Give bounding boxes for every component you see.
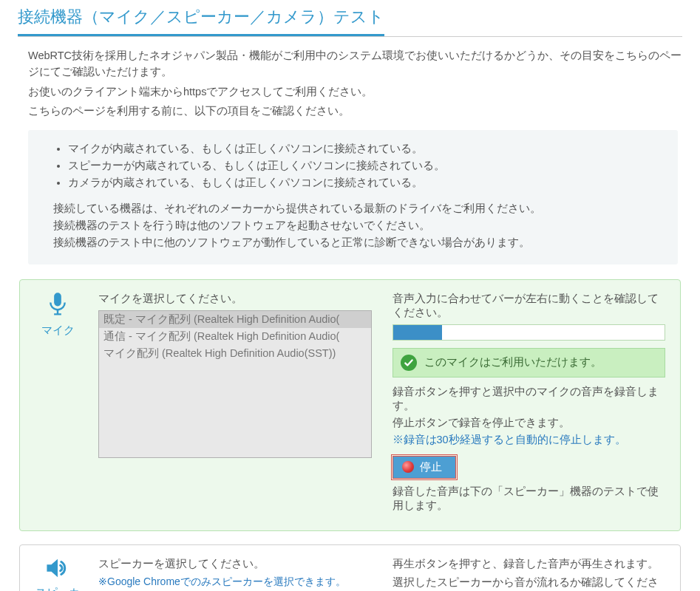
record-dot-icon <box>402 461 414 473</box>
page-title: 接続機器（マイク／スピーカー／カメラ）テスト <box>18 6 384 36</box>
mic-side-label: マイク <box>35 292 81 517</box>
mic-level-fill <box>393 325 442 340</box>
prereq-line: 接続している機器は、それぞれのメーカーから提供されている最新のドライバをご利用く… <box>53 202 653 216</box>
prerequisite-note-box: マイクが内蔵されている、もしくは正しくパソコンに接続されている。 スピーカーが内… <box>28 130 678 264</box>
stop-record-button[interactable]: 停止 <box>393 456 456 479</box>
mic-option[interactable]: マイク配列 (Realtek High Definition Audio(SST… <box>99 345 371 362</box>
prereq-line: 接続機器のテスト中に他のソフトウェアが動作していると正常に診断できない場合があり… <box>53 236 653 250</box>
mic-option[interactable]: 通信 - マイク配列 (Realtek High Definition Audi… <box>99 328 371 345</box>
mic-select-list[interactable]: 既定 - マイク配列 (Realtek High Definition Audi… <box>98 310 372 458</box>
speaker-icon <box>35 557 81 581</box>
speaker-play-line-1: 再生ボタンを押すと、録音した音声が再生されます。 <box>393 557 666 571</box>
speaker-select-label: スピーカーを選択してください。 <box>98 557 372 571</box>
intro-line-3: こちらのページを利用する前に、以下の項目をご確認ください。 <box>28 103 682 119</box>
prereq-bullet: スピーカーが内蔵されている、もしくは正しくパソコンに接続されている。 <box>68 159 653 173</box>
stop-button-label: 停止 <box>420 460 442 474</box>
mic-select-label: マイクを選択してください。 <box>98 292 372 306</box>
mic-status-ok: このマイクはご利用いただけます。 <box>393 348 666 378</box>
mic-status-text: このマイクはご利用いただけます。 <box>424 355 602 369</box>
mic-level-label: 音声入力に合わせてバーが左右に動くことを確認してください。 <box>393 292 666 320</box>
mic-after-rec-note: 録音した音声は下の「スピーカー」機器のテストで使用します。 <box>393 485 666 513</box>
mic-rec-line-1: 録音ボタンを押すと選択中のマイクの音声を録音します。 <box>393 385 666 413</box>
mic-rec-auto-stop-note: ※録音は30秒経過すると自動的に停止します。 <box>393 433 666 447</box>
prereq-bullet: マイクが内蔵されている、もしくは正しくパソコンに接続されている。 <box>68 142 653 156</box>
mic-test-panel: マイク マイクを選択してください。 既定 - マイク配列 (Realtek Hi… <box>19 279 681 531</box>
check-icon <box>401 355 417 371</box>
mic-rec-line-2: 停止ボタンで録音を停止できます。 <box>393 416 666 430</box>
speaker-play-line-2: 選択したスピーカーから音が流れるか確認してください。 <box>393 575 666 591</box>
mic-label-text: マイク <box>35 324 81 338</box>
mic-level-meter <box>393 324 666 341</box>
prereq-line: 接続機器のテストを行う時は他のソフトウェアを起動させないでください。 <box>53 219 653 233</box>
prereq-bullet: カメラが内蔵されている、もしくは正しくパソコンに接続されている。 <box>68 176 653 190</box>
speaker-label-text: スピーカー <box>35 586 81 591</box>
intro-line-1: WebRTC技術を採用したネオジャパン製品・機能がご利用中のシステム環境でお使い… <box>28 47 682 81</box>
mic-option[interactable]: 既定 - マイク配列 (Realtek High Definition Audi… <box>99 311 371 328</box>
microphone-icon <box>35 292 81 319</box>
intro-line-2: お使いのクライアント端末からhttpsでアクセスしてご利用ください。 <box>28 83 682 100</box>
speaker-side-label: スピーカー <box>35 557 81 591</box>
chrome-only-note: ※Google Chromeでのみスピーカーを選択できます。 <box>98 575 372 589</box>
speaker-test-panel: スピーカー スピーカーを選択してください。 ※Google Chromeでのみス… <box>19 544 681 591</box>
intro-block: WebRTC技術を採用したネオジャパン製品・機能がご利用中のシステム環境でお使い… <box>18 47 682 120</box>
